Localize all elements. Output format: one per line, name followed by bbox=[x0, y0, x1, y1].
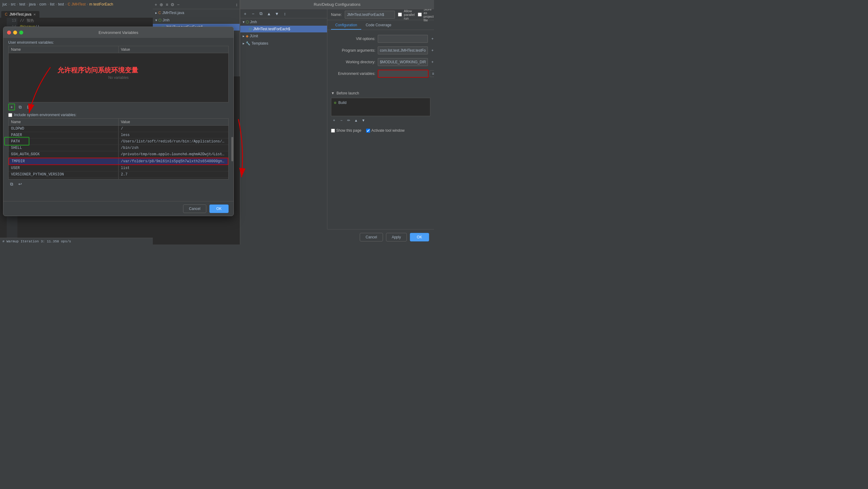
env-vars-input[interactable] bbox=[378, 70, 429, 78]
sys-env-toolbar: ⧉ ↩ bbox=[3, 179, 234, 189]
rc-sort-btn[interactable]: ↕ bbox=[282, 11, 288, 17]
tree-sort-icon[interactable]: ↕ bbox=[236, 2, 238, 7]
working-dir-input[interactable] bbox=[378, 58, 428, 66]
tab-code-coverage[interactable]: Code Coverage bbox=[361, 21, 396, 30]
sys-row-oldpwd[interactable]: OLDPWD / bbox=[8, 126, 228, 132]
rc-move-up-btn[interactable]: ▲ bbox=[266, 11, 272, 17]
args-expand-btn[interactable]: + bbox=[429, 47, 434, 54]
env-add-btn[interactable]: + bbox=[8, 103, 15, 110]
sys-row-versioner[interactable]: VERSIONER_PYTHON_VERSION 2.7 bbox=[8, 172, 228, 178]
show-page-row: Show this page Activate tool window bbox=[327, 126, 434, 135]
before-launch-title[interactable]: ▼ Before launch bbox=[331, 91, 430, 95]
tree-add-icon[interactable]: + bbox=[155, 2, 157, 7]
breadcrumb-com[interactable]: com bbox=[39, 2, 46, 6]
rc-tree-templates[interactable]: ▸ 🔧 Templates bbox=[240, 40, 327, 47]
allow-parallel-label: Allow parallel run bbox=[404, 9, 414, 20]
tree-collapse-icon[interactable]: − bbox=[177, 2, 179, 7]
breadcrumb-src[interactable]: src bbox=[11, 2, 16, 6]
rc-tree-jmh[interactable]: ▾ ⬡ Jmh bbox=[240, 18, 327, 26]
include-system-checkbox[interactable] bbox=[8, 113, 12, 117]
no-vars-text: No variables bbox=[8, 53, 228, 102]
program-args-input[interactable] bbox=[378, 47, 428, 54]
store-as-project-group: Store as project file ⚙ bbox=[418, 9, 434, 22]
tree-sync-icon[interactable]: ⊕ bbox=[159, 2, 163, 7]
editor-tab-bar: C JMHTest.java ✕ bbox=[0, 8, 153, 18]
dialog-cancel-button[interactable]: Cancel bbox=[183, 205, 206, 213]
before-launch-toolbar: + − ✏ ▲ ▼ bbox=[331, 117, 430, 123]
rc-toolbar: + − ⧉ ▲ ▼ ↕ bbox=[240, 9, 327, 18]
sys-table-scrollbar[interactable] bbox=[231, 131, 234, 192]
env-delete-btn[interactable]: ⊟ bbox=[25, 103, 32, 110]
breadcrumb-test[interactable]: test bbox=[19, 2, 25, 6]
breadcrumb-class[interactable]: C JMHTest bbox=[67, 2, 86, 6]
sys-name-col: Name bbox=[8, 119, 119, 125]
warmup-status: # Warmup Iteration 3: 11.358 ops/s bbox=[2, 240, 71, 243]
build-label: Build bbox=[338, 100, 347, 105]
store-as-project-label: Store as project file bbox=[424, 9, 434, 22]
bl-remove-btn[interactable]: − bbox=[338, 117, 344, 123]
tree-item-jmh[interactable]: ▾ ⬡ Jmh bbox=[153, 17, 240, 24]
tree-list-icon[interactable]: ≡ bbox=[166, 2, 168, 7]
system-env-table: Name Value OLDPWD / PAGER less PATH /Use… bbox=[8, 118, 228, 179]
name-col-header: Name bbox=[8, 46, 119, 53]
workdir-expand-btn[interactable]: + bbox=[429, 59, 434, 65]
show-page-checkbox[interactable] bbox=[331, 129, 335, 133]
build-item: ⚙ Build bbox=[334, 99, 428, 106]
rc-add-btn[interactable]: + bbox=[242, 11, 248, 17]
rc-ok-button[interactable]: OK bbox=[410, 233, 429, 241]
sys-row-pager[interactable]: PAGER less bbox=[8, 132, 228, 139]
bl-down-btn[interactable]: ▼ bbox=[360, 117, 367, 123]
tree-toolbar: + ⊕ ≡ ⚙ − ↕ bbox=[153, 0, 240, 9]
bl-edit-btn[interactable]: ✏ bbox=[346, 117, 352, 123]
breadcrumb-java[interactable]: java bbox=[29, 2, 36, 6]
sys-row-tmpdir[interactable]: TMPDIR /var/folders/p8/9ml61nls5pq5h7wlx… bbox=[8, 158, 228, 165]
env-copy-btn[interactable]: ⧉ bbox=[17, 103, 24, 110]
maximize-window-btn[interactable] bbox=[19, 31, 23, 34]
tree-settings-icon[interactable]: ⚙ bbox=[170, 2, 175, 7]
allow-parallel-checkbox[interactable] bbox=[398, 12, 402, 17]
breadcrumb-list[interactable]: list bbox=[50, 2, 54, 6]
editor-tab-jmhtest[interactable]: C JMHTest.java ✕ bbox=[1, 11, 39, 18]
jmh-icon: ⬡ bbox=[158, 18, 161, 22]
minimize-window-btn[interactable] bbox=[13, 31, 17, 34]
breadcrumb-test2[interactable]: test bbox=[58, 2, 64, 6]
env-vars-row: Environment variables: ≡ bbox=[331, 70, 430, 78]
sys-copy-btn[interactable]: ⧉ bbox=[8, 181, 15, 187]
env-vars-label: Environment variables: bbox=[331, 71, 375, 76]
rc-tree-jmhtest-config[interactable]: ⬡ JMHTest.testForEach$ bbox=[240, 26, 327, 32]
rc-cancel-button[interactable]: Cancel bbox=[360, 233, 383, 241]
breadcrumb-method[interactable]: m testForEach bbox=[89, 2, 113, 6]
rc-remove-btn[interactable]: − bbox=[250, 11, 256, 17]
user-env-label: User environment variables: bbox=[3, 38, 234, 46]
name-label: Name: bbox=[331, 12, 342, 17]
env-vars-edit-btn[interactable]: ≡ bbox=[430, 70, 434, 77]
name-input[interactable] bbox=[345, 11, 395, 19]
sys-row-user[interactable]: USER list bbox=[8, 165, 228, 172]
breadcrumb-juc[interactable]: juc bbox=[2, 2, 7, 6]
sys-row-ssh[interactable]: SSH_AUTH_SOCK /private/tmp/com.apple.lau… bbox=[8, 151, 228, 158]
bl-up-btn[interactable]: ▲ bbox=[353, 117, 359, 123]
rc-apply-button[interactable]: Apply bbox=[386, 233, 407, 241]
activate-tool-label[interactable]: Activate tool window bbox=[366, 128, 405, 133]
rc-move-down-btn[interactable]: ▼ bbox=[274, 11, 280, 17]
sys-row-path[interactable]: PATH /Users/list/soft/redis6/run/bin:/Ap… bbox=[8, 139, 228, 145]
show-page-label[interactable]: Show this page bbox=[331, 128, 361, 133]
sys-row-shell[interactable]: SHELL /bin/zsh bbox=[8, 145, 228, 151]
include-system-label: Include system environment variables: bbox=[14, 113, 76, 117]
tree-item-jmhtest[interactable]: ▸ C JMHTest.java bbox=[153, 9, 240, 17]
tab-configuration[interactable]: Configuration bbox=[331, 21, 361, 30]
vm-expand-btn[interactable]: + bbox=[429, 35, 434, 42]
rc-config-icon: ⬡ bbox=[249, 27, 252, 31]
rc-copy-btn[interactable]: ⧉ bbox=[258, 11, 264, 17]
dialog-ok-button[interactable]: OK bbox=[209, 205, 228, 213]
rc-tree-junit[interactable]: ▸ ◆ JUnit bbox=[240, 32, 327, 40]
vm-options-input[interactable] bbox=[378, 35, 428, 43]
rc-bottom-bar: Cancel Apply OK bbox=[327, 229, 434, 245]
store-as-project-checkbox[interactable] bbox=[418, 12, 422, 17]
tab-close-icon[interactable]: ✕ bbox=[33, 13, 36, 16]
close-window-btn[interactable] bbox=[7, 31, 11, 34]
activate-tool-checkbox[interactable] bbox=[366, 129, 370, 133]
sys-undo-btn[interactable]: ↩ bbox=[17, 181, 24, 187]
bl-add-btn[interactable]: + bbox=[331, 117, 337, 123]
user-table-header: Name Value bbox=[8, 46, 228, 53]
